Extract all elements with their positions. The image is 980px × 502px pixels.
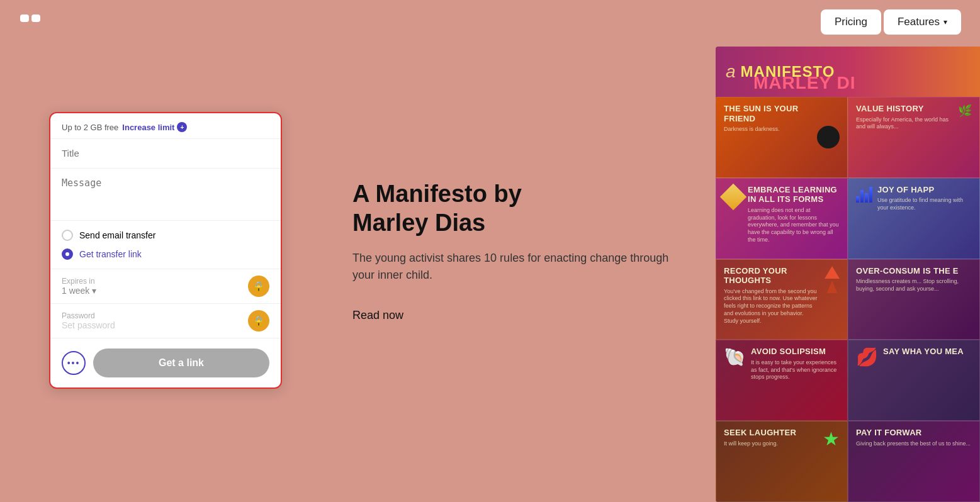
chevron-down-icon: ▾ bbox=[92, 286, 96, 296]
black-circle-icon bbox=[817, 126, 840, 148]
radio-checked-icon bbox=[62, 248, 73, 260]
storage-label: Up to 2 GB free bbox=[62, 123, 118, 132]
cell-embrace: EMBRACE LEARNING IN ALL ITS FORMS Learni… bbox=[716, 178, 848, 259]
triangle-icon bbox=[825, 266, 840, 293]
bar-chart-icon bbox=[856, 185, 872, 203]
cell-joy-text: JOY OF HAPP Use gratitude to find meanin… bbox=[877, 185, 972, 212]
expires-row: Expires in 1 week ▾ 🔒 bbox=[50, 269, 281, 304]
cell-say-text: SAY WHA YOU MEA bbox=[883, 347, 972, 359]
increase-limit-link[interactable]: Increase limit + bbox=[122, 122, 187, 132]
manifesto-visual: a MANIFESTO MARLEY DI THE SUN IS YOUR FR… bbox=[716, 47, 980, 502]
manifesto-header-a: a bbox=[726, 62, 736, 82]
password-lock-icon[interactable]: 🔒 bbox=[248, 310, 269, 332]
radio-unchecked-icon bbox=[62, 230, 73, 241]
cell-pay: PAY IT FORWAR Giving back presents the b… bbox=[848, 421, 980, 502]
title-input[interactable] bbox=[62, 148, 269, 159]
increase-limit-text: Increase limit bbox=[122, 123, 174, 132]
cell-seek-text: SEEK LAUGHTER It will keep you going. bbox=[724, 428, 818, 447]
password-label-text: Password bbox=[62, 311, 115, 320]
get-link-option[interactable]: Get transfer link bbox=[62, 248, 269, 260]
cell-record-text: RECORD YOUR THOUGHTS You've changed from… bbox=[724, 266, 819, 325]
diamond-icon bbox=[720, 184, 746, 210]
get-link-button[interactable]: Get a link bbox=[93, 349, 269, 377]
cell-value-text: VALUE HISTORY Especially for America, th… bbox=[856, 104, 953, 131]
read-now-button[interactable]: Read now bbox=[352, 309, 690, 322]
title-line2: Marley Dias bbox=[352, 209, 485, 236]
get-link-label: Get transfer link bbox=[79, 249, 142, 259]
cell-joy: JOY OF HAPP Use gratitude to find meanin… bbox=[848, 178, 980, 259]
cell-embrace-text: EMBRACE LEARNING IN ALL ITS FORMS Learni… bbox=[748, 185, 840, 244]
password-row: Password Set password 🔒 bbox=[50, 304, 281, 338]
star-icon: ★ bbox=[823, 428, 840, 450]
cell-value: VALUE HISTORY Especially for America, th… bbox=[848, 97, 980, 178]
cell-record: RECORD YOUR THOUGHTS You've changed from… bbox=[716, 259, 848, 340]
panel-header: Up to 2 GB free Increase limit + bbox=[50, 113, 281, 139]
expires-label-text: Expires in bbox=[62, 277, 96, 286]
fan-icon: 🌿 bbox=[958, 104, 972, 118]
features-label: Features bbox=[898, 16, 940, 28]
svg-rect-1 bbox=[31, 14, 40, 22]
email-transfer-label: Send email transfer bbox=[79, 230, 155, 240]
manifesto-grid: THE SUN IS YOUR FRIEND Darkness is darkn… bbox=[716, 97, 980, 502]
cell-avoid: 🐚 AVOID SOLIPSISM It is easy to take you… bbox=[716, 340, 848, 421]
right-panel: a MANIFESTO MARLEY DI THE SUN IS YOUR FR… bbox=[716, 47, 980, 502]
svg-rect-0 bbox=[20, 14, 29, 22]
cell-sun-text: THE SUN IS YOUR FRIEND Darkness is darkn… bbox=[724, 104, 812, 133]
pricing-button[interactable]: Pricing bbox=[821, 9, 881, 35]
upload-panel: Up to 2 GB free Increase limit + Send em… bbox=[49, 112, 282, 389]
navbar: Pricing Features ▾ bbox=[0, 0, 980, 44]
features-button[interactable]: Features ▾ bbox=[884, 9, 961, 35]
chevron-down-icon: ▾ bbox=[943, 18, 947, 26]
cell-avoid-text: AVOID SOLIPSISM It is easy to take your … bbox=[751, 347, 840, 381]
cell-sun: THE SUN IS YOUR FRIEND Darkness is darkn… bbox=[716, 97, 848, 178]
expires-lock-icon[interactable]: 🔒 bbox=[248, 276, 269, 297]
expires-value-text: 1 week bbox=[62, 286, 89, 296]
panel-footer: ••• Get a link bbox=[50, 338, 281, 388]
logo bbox=[19, 11, 57, 33]
manifesto-description: The young activist shares 10 rules for e… bbox=[352, 250, 690, 284]
snail-icon: 🐚 bbox=[724, 347, 746, 367]
email-transfer-option[interactable]: Send email transfer bbox=[62, 230, 269, 241]
cell-seek: SEEK LAUGHTER It will keep you going. ★ bbox=[716, 421, 848, 502]
expires-label: Expires in 1 week ▾ bbox=[62, 277, 96, 296]
logo-icon bbox=[19, 11, 57, 33]
ellipsis-icon: ••• bbox=[67, 358, 81, 368]
manifesto-header-sub: MARLEY DI bbox=[753, 73, 856, 93]
expires-value[interactable]: 1 week ▾ bbox=[62, 286, 96, 296]
radio-section: Send email transfer Get transfer link bbox=[50, 221, 281, 269]
title-field bbox=[50, 139, 281, 169]
nav-buttons: Pricing Features ▾ bbox=[821, 9, 961, 35]
password-placeholder-text: Set password bbox=[62, 320, 115, 330]
more-options-button[interactable]: ••• bbox=[62, 351, 86, 375]
center-content: A Manifesto by Marley Dias The young act… bbox=[327, 0, 716, 502]
lips-icon: 💋 bbox=[856, 347, 878, 367]
info-icon: + bbox=[177, 122, 187, 132]
cell-over: OVER-CONSUM IS THE E Mindlessness create… bbox=[848, 259, 980, 340]
title-line1: A Manifesto by bbox=[352, 181, 522, 207]
manifesto-title: A Manifesto by Marley Dias bbox=[352, 180, 690, 237]
message-field bbox=[50, 169, 281, 221]
message-input[interactable] bbox=[62, 177, 269, 209]
password-label: Password Set password bbox=[62, 311, 115, 330]
cell-say: 💋 SAY WHA YOU MEA bbox=[848, 340, 980, 421]
